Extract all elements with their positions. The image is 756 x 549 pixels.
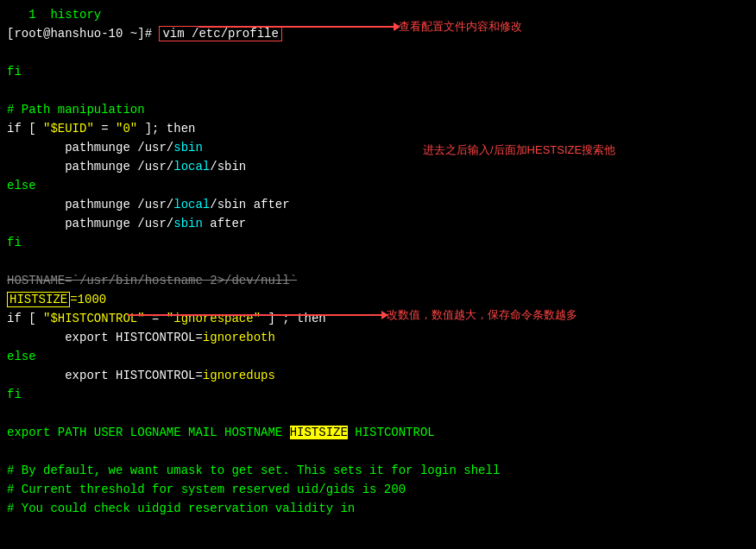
annotation-vim: 查看配置文件内容和修改	[198, 19, 522, 35]
line-export-ignoreboth: export HISTCONTROL=ignoreboth	[7, 328, 749, 347]
annotation-vim-text: 查看配置文件内容和修改	[399, 19, 522, 35]
line-hostname: HOSTNAME=`/usr/bin/hostname 2>/dev/null`	[7, 271, 749, 290]
line-else-2: else	[7, 347, 749, 366]
line-blank-1	[7, 43, 749, 62]
line-blank-5	[7, 442, 749, 461]
annotation-histsize-search-text: 进去之后输入/后面加HESTSIZE搜索他	[423, 143, 615, 156]
line-else-1: else	[7, 176, 749, 195]
line-export-ignoredups: export HISTCONTROL=ignoredups	[7, 366, 749, 385]
annotation-histsize-value-text: 改数值，数值越大，保存命令条数越多	[387, 307, 577, 323]
line-comment-threshold: # Current threshold for system reserved …	[7, 480, 749, 499]
line-blank-4	[7, 404, 749, 423]
line-comment-path: # Path manipulation	[7, 100, 749, 119]
line-fi-1: fi	[7, 62, 749, 81]
line-fi-2: fi	[7, 233, 749, 252]
annotation-histsize-value: 改数值，数值越大，保存命令条数越多	[128, 307, 577, 323]
line-histsize: HISTSIZE=1000	[7, 290, 749, 309]
line-comment-uidgid: # You could check uidgid reservation val…	[7, 499, 749, 518]
annotation-histsize-search: 进去之后输入/后面加HESTSIZE搜索他	[423, 142, 615, 158]
line-pathmunge-2: pathmunge /usr/local/sbin	[7, 157, 749, 176]
terminal: 1 1 historyhistory [root@hanshuo-10 ~]# …	[0, 0, 756, 549]
line-blank-3	[7, 252, 749, 271]
line-fi-3: fi	[7, 385, 749, 404]
line-if-euid: if [ "$EUID" = "0" ]; then	[7, 119, 749, 138]
line-comment-umask: # By default, we want umask to get set. …	[7, 461, 749, 480]
histsize-highlight: HISTSIZE	[7, 292, 70, 307]
line-pathmunge-1: pathmunge /usr/sbin	[7, 138, 749, 157]
line-pathmunge-3: pathmunge /usr/local/sbin after	[7, 195, 749, 214]
line-pathmunge-4: pathmunge /usr/sbin after	[7, 214, 749, 233]
histsize-export-highlight: HISTSIZE	[290, 426, 348, 439]
line-export-path: export PATH USER LOGNAME MAIL HOSTNAME H…	[7, 423, 749, 442]
line-blank-2	[7, 81, 749, 100]
